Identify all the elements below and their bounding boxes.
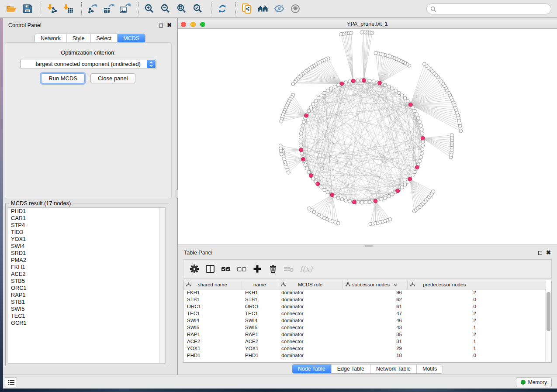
cell-shared-name[interactable]: ORC1 [183,303,242,310]
table-row[interactable]: ORC1ORC1dominator610 [183,303,546,310]
cell-predecessor-nodes[interactable]: 2 [407,310,481,317]
mcds-result-item[interactable]: STB5 [8,278,165,285]
cell-predecessor-nodes[interactable]: 1 [407,345,481,352]
zoom-in-icon[interactable] [142,2,156,16]
cell-successor-nodes[interactable]: 47 [343,310,407,317]
column-header-shared-name[interactable]: shared name [183,280,242,289]
table-scrollbar-thumb[interactable] [547,292,550,331]
cell-predecessor-nodes[interactable]: 2 [407,331,481,338]
table-scrollbar[interactable] [545,289,551,362]
table-row[interactable]: SWI4SWI4dominator462 [183,317,546,324]
memory-button[interactable]: Memory [516,377,552,387]
cell-shared-name[interactable]: SWI5 [183,324,242,331]
mcds-result-item[interactable]: PMA2 [8,257,165,264]
cell-predecessor-nodes[interactable]: 1 [407,338,481,345]
cell-successor-nodes[interactable]: 61 [343,303,407,310]
network-canvas[interactable] [178,29,557,244]
cell-successor-nodes[interactable]: 62 [343,296,407,303]
cell-mcds-role[interactable]: connector [278,338,343,345]
cell-shared-name[interactable]: SWI4 [183,317,242,324]
mcds-result-item[interactable]: SRD1 [8,250,165,257]
export-network-icon[interactable] [86,2,100,16]
cell-mcds-role[interactable]: connector [278,324,343,331]
open-folder-icon[interactable] [4,2,18,16]
cell-successor-nodes[interactable]: 18 [343,352,407,359]
export-table-icon[interactable] [102,2,116,16]
column-header-successor-nodes[interactable]: successor nodes [343,280,407,289]
add-row-icon[interactable] [251,262,264,275]
cell-mcds-role[interactable]: dominator [278,352,343,359]
network-view[interactable] [178,29,557,244]
cell-successor-nodes[interactable]: 96 [343,289,407,296]
table-row[interactable]: PHD1PHD1dominator180 [183,352,546,359]
cell-mcds-role[interactable]: dominator [278,331,343,338]
search-input[interactable] [436,5,551,14]
mcds-result-item[interactable]: YOX1 [8,236,165,243]
cell-shared-name[interactable]: YOX1 [183,345,242,352]
cell-shared-name[interactable]: FKH1 [183,289,242,296]
zoom-out-icon[interactable] [159,2,173,16]
cell-mcds-role[interactable]: dominator [278,296,343,303]
tab-node-table[interactable]: Node Table [292,364,332,373]
tab-select[interactable]: Select [91,34,118,43]
choose-columns-icon[interactable] [204,262,217,275]
cell-predecessor-nodes[interactable]: 2 [407,317,481,324]
table-row[interactable]: ACE2ACE2connector311 [183,338,546,345]
hide-selected-eye-icon[interactable] [272,2,286,16]
table-row[interactable]: SWI5SWI5connector431 [183,324,546,331]
cell-successor-nodes[interactable]: 46 [343,317,407,324]
cell-shared-name[interactable]: PHD1 [183,352,242,359]
mcds-result-item[interactable]: SWI5 [8,306,165,313]
network-window-titlebar[interactable]: YPA_prune.txt_1 [178,20,557,29]
settings-gear-icon[interactable] [188,262,201,275]
cell-name[interactable]: TEC1 [242,310,278,317]
cell-predecessor-nodes[interactable]: 2 [407,289,481,296]
share-document-icon[interactable] [240,2,254,16]
tab-mcds[interactable]: MCDS [118,34,145,43]
export-image-icon[interactable] [118,2,132,16]
cell-predecessor-nodes[interactable]: 0 [407,303,481,310]
cell-name[interactable]: SWI4 [242,317,278,324]
close-panel-button[interactable]: Close panel [90,73,135,83]
import-network-icon[interactable] [45,2,59,16]
cell-name[interactable]: SWI5 [242,324,278,331]
mcds-result-list[interactable]: PHD1CAR1STP4TID3YOX1SWI4SRD1PMA2FKH1ACE2… [8,207,166,364]
table-row[interactable]: YOX1YOX1connector291 [183,345,546,352]
mcds-result-item[interactable]: FKH1 [8,264,165,271]
cell-shared-name[interactable]: TEC1 [183,310,242,317]
zoom-selected-icon[interactable] [191,2,205,16]
mcds-result-item[interactable]: STP4 [8,222,165,229]
mcds-result-item[interactable]: RAP1 [8,292,165,299]
cell-shared-name[interactable]: RAP1 [183,331,242,338]
zoom-fit-content-icon[interactable] [175,2,189,16]
cell-name[interactable]: PHD1 [242,352,278,359]
mcds-result-item[interactable]: CAR1 [8,215,165,222]
optimization-criterion-select[interactable]: largest connected component (undirected) [20,59,156,69]
table-row[interactable]: TEC1TEC1connector472 [183,310,546,317]
tab-network-table[interactable]: Network Table [370,364,417,373]
cell-successor-nodes[interactable]: 43 [343,324,407,331]
run-mcds-button[interactable]: Run MCDS [41,73,85,83]
home-networks-icon[interactable] [256,2,270,16]
select-all-icon[interactable] [219,262,232,275]
table-row[interactable]: STB1STB1dominator620 [183,296,546,303]
cell-name[interactable]: RAP1 [242,331,278,338]
cell-name[interactable]: FKH1 [242,289,278,296]
refresh-layout-icon[interactable] [215,2,229,16]
cell-predecessor-nodes[interactable]: 1 [407,324,481,331]
mcds-result-item[interactable]: ACE2 [8,271,165,278]
float-table-panel-icon[interactable] [538,251,542,255]
close-panel-icon[interactable]: ✖ [167,23,172,28]
column-header-mcds-role[interactable]: MCDS role [278,280,343,289]
cell-shared-name[interactable]: STB1 [183,296,242,303]
mcds-result-item[interactable]: GCR1 [8,320,165,327]
show-selected-eye-icon[interactable] [288,2,302,16]
cell-name[interactable]: YOX1 [242,345,278,352]
cell-name[interactable]: STB1 [242,296,278,303]
mcds-result-item[interactable]: STB1 [8,299,165,306]
tab-style[interactable]: Style [67,34,91,43]
task-history-list-icon[interactable] [5,377,17,387]
mcds-result-item[interactable]: SWI4 [8,243,165,250]
cell-successor-nodes[interactable]: 29 [343,345,407,352]
cell-name[interactable]: ACE2 [242,338,278,345]
